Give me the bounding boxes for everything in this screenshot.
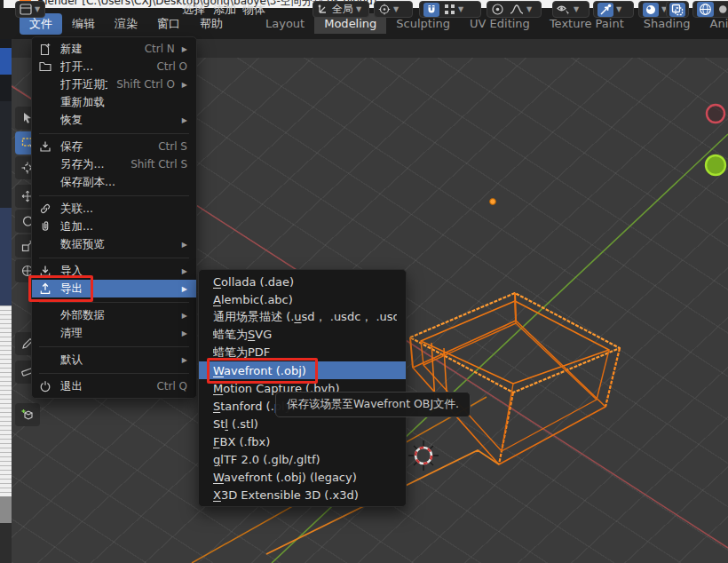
pivot-icon (378, 4, 391, 15)
xray-toggle[interactable] (666, 1, 689, 18)
submenu-arrow-icon: ▶ (182, 356, 187, 364)
file-menu-item-新建[interactable]: 新建Ctrl N▶ (32, 40, 196, 58)
menu-item-label: FBX (.fbx) (213, 435, 397, 448)
snap-toggle[interactable] (423, 3, 439, 17)
menu-item-label: Collada (.dae) (213, 275, 397, 289)
menu-item-label: 保存 (60, 139, 149, 155)
menu-item-label: 外部数据 (60, 308, 175, 323)
proportional-edit-controls[interactable]: ▼ (487, 1, 542, 18)
object-menu[interactable]: 物体 (242, 1, 265, 18)
append-icon (39, 220, 53, 233)
quit-icon (39, 380, 53, 393)
solid-shading-icon (718, 3, 728, 16)
nav-gizmo[interactable] (698, 96, 728, 194)
export-item-通用场景描述-usd-usdc-usda[interactable]: 通用场景描述 (.usd， .usdc， .usda) (199, 308, 406, 326)
export-item-gltf-2-0-glb-gltf[interactable]: glTF 2.0 (.glb/.gltf) (199, 450, 406, 468)
file-menu-item-默认[interactable]: 默认▶ (32, 351, 196, 369)
menu-item-label: 重新加载 (60, 95, 187, 110)
import-icon (39, 265, 53, 277)
menu-item-hotkey: Ctrl Q (156, 380, 187, 393)
menu-item-label: Wavefront (.obj) (213, 364, 397, 377)
menu-item-label: X3D Extensible 3D (.x3d) (213, 488, 397, 502)
overlays-icon (645, 4, 657, 16)
chevron-down-icon: ▼ (393, 5, 399, 13)
visibility-dropdown[interactable]: ▼ (552, 1, 590, 18)
export-item-x3d-extensible-3d-x3d[interactable]: X3D Extensible 3D (.x3d) (199, 486, 406, 504)
menu-item-label: 关联... (60, 202, 187, 217)
menu-item-label: 蜡笔为PDF (213, 345, 397, 361)
file-menu-item-导入[interactable]: 导入▶ (32, 262, 196, 280)
export-item-collada-dae[interactable]: Collada (.dae) (199, 273, 406, 290)
save-icon (39, 140, 53, 153)
export-item-蜡笔为pdf[interactable]: 蜡笔为PDF (199, 344, 406, 361)
menu-item-label: Wavefront (.obj) (legacy) (213, 471, 397, 484)
menu-item-label: Alembic(.abc) (213, 293, 397, 306)
menu-item-label: 打开... (60, 59, 147, 75)
gizmo-arrow-icon (599, 4, 612, 16)
pivot-point-dropdown[interactable]: ▼ (374, 1, 413, 18)
menu-item-label: 新建 (60, 42, 136, 57)
menu-item-label: 默认 (60, 353, 175, 368)
export-item-wavefront-obj-legacy[interactable]: Wavefront (.obj) (legacy) (199, 468, 406, 486)
menu-separator (39, 373, 189, 374)
export-item-wavefront-obj[interactable]: Wavefront (.obj) (199, 361, 406, 379)
tooltip: 保存该场景至Wavefront OBJ文件. (275, 392, 471, 417)
menu-item-hotkey: Ctrl S (158, 140, 187, 153)
file-menu-item-打开近期文件[interactable]: 打开近期文件Shift Ctrl O▶ (32, 75, 196, 93)
menu-item-label: 导入 (60, 264, 175, 279)
file-menu-item-数据预览[interactable]: 数据预览▶ (32, 235, 196, 253)
file-menu-item-追加[interactable]: 追加... (32, 218, 196, 235)
menu-separator (39, 346, 189, 347)
file-menu-item-关联[interactable]: 关联... (32, 200, 196, 218)
add-menu[interactable]: 添加 (213, 1, 236, 18)
add-cube-tool[interactable] (15, 403, 40, 426)
chevron-down-icon: ▼ (356, 5, 361, 13)
menu-item-label: 追加... (60, 219, 187, 234)
export-item-stl-stl[interactable]: Stl (.stl) (199, 415, 406, 432)
snap-controls[interactable]: ▼ (419, 1, 481, 18)
file-menu-item-退出[interactable]: 退出Ctrl Q (32, 377, 196, 395)
orientation-value: 全局 (332, 2, 353, 17)
file-menu-item-另存为[interactable]: 另存为...Shift Ctrl S (32, 155, 196, 173)
menu-渲染[interactable]: 渲染 (105, 13, 147, 35)
file-menu-item-保存副本[interactable]: 保存副本... (32, 173, 196, 191)
menu-separator (39, 133, 189, 134)
gizmo-x-axis (707, 105, 724, 123)
menu-item-label: 通用场景描述 (.usd， .usdc， .usda) (213, 309, 397, 325)
menu-编辑[interactable]: 编辑 (62, 13, 105, 35)
export-item-alembic-abc[interactable]: Alembic(.abc) (199, 290, 406, 308)
export-item-蜡笔为svg[interactable]: 蜡笔为SVG (199, 326, 406, 344)
file-menu-item-保存[interactable]: 保存Ctrl S (32, 138, 196, 155)
gizmos-toggle[interactable]: ▼ (593, 1, 634, 18)
menu-item-label: Stl (.stl) (213, 417, 397, 431)
chevron-down-icon: ▼ (574, 5, 579, 13)
file-menu-item-导出[interactable]: 导出▶ (32, 280, 196, 297)
menu-item-hotkey: Shift Ctrl S (131, 158, 187, 170)
menu-item-hotkey: Ctrl O (156, 60, 187, 73)
menu-item-label: 另存为... (60, 157, 122, 172)
file-menu-item-重新加载[interactable]: 重新加载 (32, 93, 196, 111)
file-menu-item-清理[interactable]: 清理▶ (32, 324, 196, 342)
magnet-icon (425, 4, 438, 16)
menu-item-label: 打开近期文件 (60, 77, 107, 92)
file-menu-item-恢复[interactable]: 恢复▶ (32, 111, 196, 129)
export-item-fbx-fbx[interactable]: FBX (.fbx) (199, 432, 406, 450)
file-new-icon (39, 43, 53, 55)
file-menu-item-外部数据[interactable]: 外部数据▶ (32, 306, 196, 324)
submenu-arrow-icon: ▶ (182, 285, 187, 293)
xray-icon (671, 4, 684, 16)
orientation-gizmo-icon (317, 4, 328, 15)
file-menu-item-打开[interactable]: 打开...Ctrl O (32, 58, 196, 75)
shading-modes[interactable] (692, 1, 728, 18)
transform-orientation-dropdown[interactable]: 全局 ▼ (313, 1, 369, 18)
chevron-down-icon: ▼ (35, 5, 40, 13)
export-icon (39, 282, 53, 295)
menu-separator (39, 195, 189, 196)
export-submenu: Collada (.dae)Alembic(.abc)通用场景描述 (.usd，… (198, 269, 407, 507)
select-menu[interactable]: 选择 (182, 1, 205, 18)
menu-item-hotkey: Ctrl N (145, 43, 175, 55)
chevron-down-icon: ▼ (458, 5, 463, 13)
editor-type-button[interactable]: ▼ (15, 1, 45, 18)
submenu-arrow-icon: ▶ (182, 329, 187, 337)
eye-pointer-icon (557, 4, 571, 15)
